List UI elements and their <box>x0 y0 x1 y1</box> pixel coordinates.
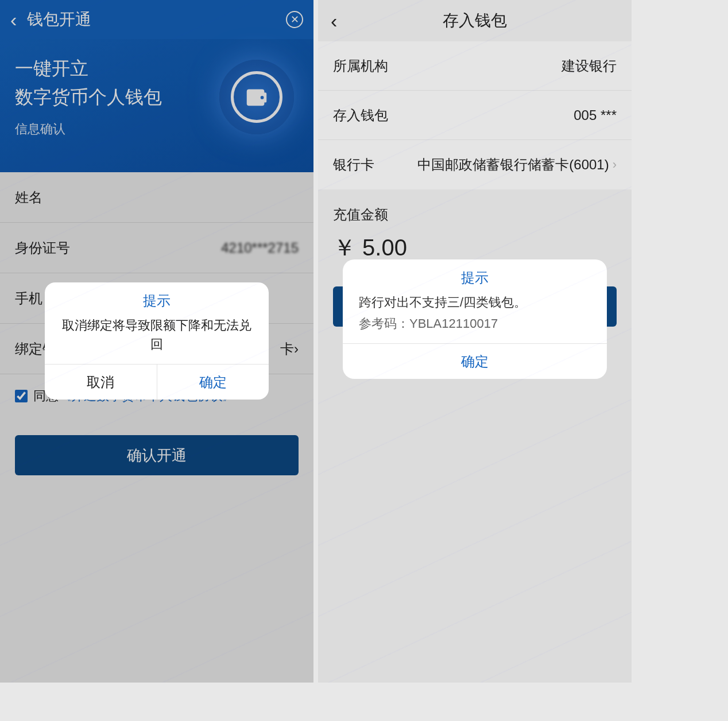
dialog-ref: 参考码：YBLA12110017 <box>359 314 591 333</box>
ref-code: YBLA12110017 <box>409 316 498 331</box>
screen-wallet-open: ‹ 钱包开通 ✕ 一键开立 数字货币个人钱包 信息确认 姓名 身份证号 4210… <box>0 0 313 683</box>
ref-label: 参考码： <box>359 316 409 331</box>
dialog-message: 取消绑定将导致限额下降和无法兑回 <box>45 316 269 364</box>
cancel-button[interactable]: 取消 <box>45 365 157 400</box>
ok-button[interactable]: 确定 <box>157 365 269 400</box>
dialog-title: 提示 <box>45 282 269 316</box>
dialog-unbind: 提示 取消绑定将导致限额下降和无法兑回 取消 确定 <box>45 282 269 400</box>
dialog-error: 提示 跨行对出不支持三/四类钱包。 参考码：YBLA12110017 确定 <box>343 259 607 379</box>
ok-button[interactable]: 确定 <box>343 343 607 379</box>
dialog-title: 提示 <box>343 259 607 293</box>
dialog-msg-line: 跨行对出不支持三/四类钱包。 <box>359 293 591 312</box>
dialog-message: 跨行对出不支持三/四类钱包。 参考码：YBLA12110017 <box>343 293 607 343</box>
screen-deposit: ‹ 存入钱包 所属机构 建设银行 存入钱包 005 *** 银行卡 中国邮政储蓄… <box>318 0 632 683</box>
dialog-buttons: 取消 确定 <box>45 364 269 400</box>
